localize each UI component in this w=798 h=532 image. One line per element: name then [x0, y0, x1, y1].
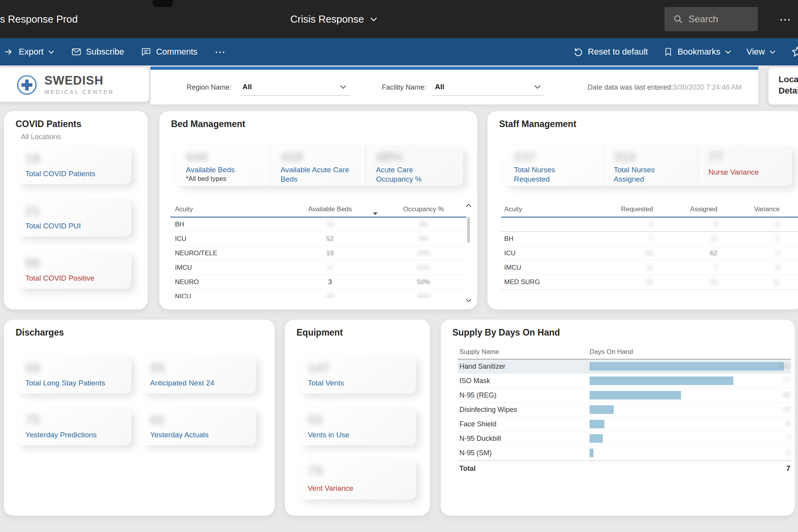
comments-button[interactable]: Comments — [141, 47, 197, 57]
cell-assigned: 62 — [653, 249, 717, 257]
kpi-tile-anticipated-next-24: 55 Anticipated Next 24 — [141, 355, 256, 394]
days-on-hand-value: 49 — [783, 391, 790, 399]
view-button[interactable]: View — [747, 47, 775, 57]
table-row[interactable]: IMCU 4 61% — [170, 261, 466, 275]
cell-assigned: 9 — [653, 221, 717, 228]
bookmarks-button[interactable]: Bookmarks — [664, 47, 731, 57]
table-row[interactable]: IMCU 11 7 4 — [501, 261, 798, 275]
equipment-card: Equipment 147 Total Vents 53 Vents in Us… — [285, 320, 430, 516]
kpi-acute-care-occupancy: 48% Acute Care Occupancy % — [365, 145, 463, 186]
cell-available-beds: 44 — [279, 293, 381, 298]
supply-bar-cell: 13 — [590, 403, 791, 417]
cell-requested: 66 — [591, 249, 653, 257]
kpi-total-nurses-requested: 237 Total Nurses Requested — [504, 145, 603, 186]
reset-icon — [573, 47, 583, 57]
report-title-label: Crisis Response — [290, 13, 364, 25]
envelope-icon — [71, 47, 81, 57]
table-row[interactable]: NEURO 3 50% — [170, 275, 466, 290]
staff-management-card: Staff Management 237 Total Nurses Reques… — [487, 111, 798, 309]
more-options-button[interactable]: ⋯ — [779, 0, 791, 38]
bed-table-header-occupancy[interactable]: Occupancy % — [381, 205, 466, 213]
supply-row[interactable]: N-95 (SM) 2 — [458, 446, 791, 460]
facility-filter-dropdown[interactable]: All — [432, 79, 545, 96]
chevron-down-icon — [340, 85, 346, 89]
table-row[interactable]: BH 23 4% — [170, 217, 466, 232]
supply-name: N-95 (REG) — [458, 391, 590, 399]
kpi-value: 93 — [25, 360, 123, 375]
export-button[interactable]: Export — [4, 47, 54, 57]
cell-available-beds: 4 — [279, 264, 381, 272]
supply-bar-cell: 2 — [590, 446, 791, 460]
supply-row[interactable]: Face Shield 8 — [458, 417, 791, 431]
search-input[interactable]: Search — [664, 7, 758, 31]
cell-acuity: BH — [501, 235, 591, 243]
bed-kpi-strip: 644 Available Beds *All bed types 418 Av… — [176, 145, 463, 186]
comment-bubble-icon — [141, 47, 151, 57]
bed-table-header-acuity[interactable]: Acuity — [170, 205, 279, 213]
report-title-dropdown[interactable]: Crisis Response — [290, 0, 377, 38]
kpi-value: 237 — [514, 149, 603, 164]
table-row[interactable]: NICU 44 40% — [170, 290, 466, 298]
equipment-card-title: Equipment — [297, 327, 343, 338]
location-details-line1: Location — [779, 74, 798, 85]
kpi-value: 55 — [150, 360, 247, 375]
subscribe-button[interactable]: Subscribe — [71, 47, 124, 57]
table-row[interactable]: NEURO/TELE 19 33% — [170, 246, 466, 261]
logo-subtitle: MEDICAL CENTER — [44, 89, 114, 95]
favorite-star-button[interactable] — [791, 46, 798, 58]
kpi-label: Total Nurses Assigned — [614, 165, 680, 184]
supply-header-days[interactable]: Days On Hand — [590, 348, 633, 356]
table-row[interactable]: 0 9 9 — [501, 217, 798, 232]
location-details-tile[interactable]: Location Details — [768, 68, 798, 104]
supply-header-name[interactable]: Supply Name — [458, 348, 590, 356]
bookmarks-label: Bookmarks — [678, 47, 720, 57]
supply-row[interactable]: ISO Mask 77 — [458, 374, 791, 388]
scroll-up-icon[interactable] — [466, 204, 471, 207]
reset-to-default-button[interactable]: Reset to default — [573, 47, 648, 57]
cell-occupancy: 6% — [381, 235, 466, 243]
staff-table-header-acuity[interactable]: Acuity — [501, 205, 591, 213]
cell-occupancy: 50% — [381, 278, 466, 286]
supply-row[interactable]: N-95 (REG) 49 — [458, 388, 791, 403]
supply-total-cell: 7 — [590, 461, 791, 477]
supply-total-value: 7 — [786, 465, 790, 473]
table-row[interactable]: MED SURG 42 63 11 — [501, 275, 798, 290]
region-filter-label: Region Name: — [187, 83, 231, 91]
facility-filter-value: All — [435, 83, 444, 91]
supply-row[interactable]: Hand Sanitizer 104 — [458, 359, 791, 374]
scrollbar-thumb[interactable] — [467, 217, 470, 243]
supply-row[interactable]: Disinfecting Wipes 13 — [458, 403, 791, 417]
scroll-down-icon[interactable] — [466, 299, 471, 302]
cell-variance: 11 — [717, 278, 780, 286]
cell-requested: 11 — [591, 264, 653, 272]
supply-row[interactable]: N-95 Duckbill 7 — [458, 431, 791, 446]
kpi-label: Available Beds — [186, 165, 270, 175]
kpi-value: 19 — [25, 151, 123, 166]
staff-table-header-variance[interactable]: Variance — [717, 205, 780, 213]
discharges-card-title: Discharges — [16, 327, 64, 338]
kpi-value: 147 — [308, 360, 408, 375]
facility-filter-label: Facility Name: — [382, 83, 426, 91]
kpi-value: 77 — [708, 149, 792, 164]
table-row[interactable]: BH 7 11 2 — [501, 232, 798, 246]
cell-acuity: NEURO — [170, 278, 279, 286]
staff-table-header-row: Acuity Requested Assigned Variance — [501, 202, 798, 217]
bed-table-scrollbar[interactable] — [465, 204, 473, 302]
chevron-down-icon — [534, 85, 541, 89]
subscribe-label: Subscribe — [86, 47, 124, 57]
actionbar-more-button[interactable]: ⋯ — [215, 46, 226, 58]
comments-label: Comments — [156, 47, 197, 57]
cell-acuity: NEURO/TELE — [170, 249, 279, 257]
staff-table-header-requested[interactable]: Requested — [591, 205, 653, 213]
bed-table-header-available-beds[interactable]: Available Beds — [279, 205, 381, 213]
staff-table-header-assigned[interactable]: Assigned — [653, 205, 717, 213]
region-filter-dropdown[interactable]: All — [239, 79, 350, 96]
kpi-value: 21 — [25, 203, 123, 218]
table-row[interactable]: ICU 52 6% — [170, 232, 466, 246]
bed-table-body: BH 23 4% ICU 52 6% NEURO/TELE 19 33% IMC… — [170, 217, 466, 298]
export-label: Export — [19, 47, 44, 57]
table-row[interactable]: ICU 66 62 2 — [501, 246, 798, 261]
days-on-hand-bar — [590, 376, 733, 385]
report-action-bar: Export Subscribe Comments ⋯ Reset to def… — [0, 38, 798, 65]
days-on-hand-value: 77 — [783, 377, 790, 385]
